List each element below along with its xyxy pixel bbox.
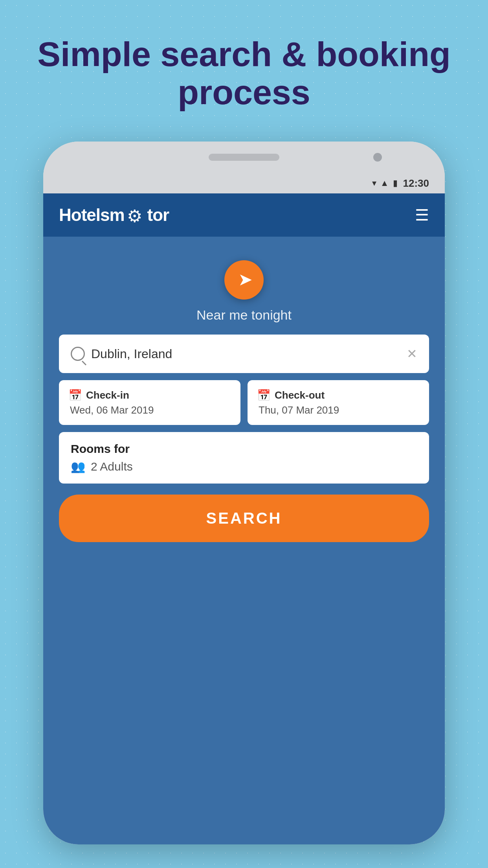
status-bar: ▾ ▲ ▮ 12:30	[43, 173, 445, 193]
rooms-label: Rooms for	[71, 442, 417, 456]
checkin-field[interactable]: 📅 Check-in Wed, 06 Mar 2019	[59, 380, 240, 425]
checkout-label-row: 📅 Check-out	[257, 389, 420, 402]
app-screen: Hotelsm ⚙ tor ☰ ➤ Near me tonight Dublin…	[43, 193, 445, 844]
phone-camera	[373, 153, 382, 162]
people-icon: 👥	[71, 460, 85, 473]
app-header: Hotelsm ⚙ tor ☰	[43, 193, 445, 237]
search-icon	[71, 347, 85, 361]
clear-icon[interactable]: ✕	[407, 346, 417, 361]
checkout-calendar-icon: 📅	[257, 389, 271, 402]
logo-suffix: tor	[147, 205, 169, 225]
battery-icon: ▮	[393, 178, 398, 188]
signal-icon: ▲	[380, 178, 389, 188]
date-row: 📅 Check-in Wed, 06 Mar 2019 📅 Check-out …	[59, 380, 429, 425]
status-time: 12:30	[403, 177, 429, 189]
search-area: ➤ Near me tonight Dublin, Ireland ✕ 📅	[43, 237, 445, 562]
checkin-calendar-icon: 📅	[68, 389, 82, 402]
status-icons: ▾ ▲ ▮	[372, 178, 398, 188]
near-me-label: Near me tonight	[196, 307, 292, 323]
menu-icon[interactable]: ☰	[415, 207, 429, 223]
search-fields: Dublin, Ireland ✕ 📅 Check-in Wed, 06 Mar…	[59, 335, 429, 542]
near-me-button[interactable]: ➤	[224, 260, 264, 300]
phone-top	[43, 142, 445, 173]
phone-frame: ▾ ▲ ▮ 12:30 Hotelsm ⚙ tor ☰ ➤ Near me to…	[43, 142, 445, 844]
wifi-icon: ▾	[372, 178, 376, 188]
page-title: Simple search & booking process	[0, 35, 488, 112]
app-bottom	[43, 562, 445, 601]
app-logo: Hotelsm ⚙ tor	[59, 205, 169, 225]
destination-value: Dublin, Ireland	[91, 347, 400, 361]
checkin-label: Check-in	[86, 389, 129, 401]
gear-icon: ⚙	[127, 206, 145, 224]
search-button[interactable]: SEARCH	[59, 495, 429, 542]
checkout-label: Check-out	[275, 389, 325, 401]
checkout-value: Thu, 07 Mar 2019	[259, 404, 420, 416]
checkin-label-row: 📅 Check-in	[68, 389, 231, 402]
rooms-field[interactable]: Rooms for 👥 2 Adults	[59, 432, 429, 484]
checkin-value: Wed, 06 Mar 2019	[70, 404, 231, 416]
destination-field[interactable]: Dublin, Ireland ✕	[59, 335, 429, 373]
location-arrow-icon: ➤	[238, 269, 253, 289]
rooms-value: 2 Adults	[91, 460, 133, 473]
logo-text: Hotelsm	[59, 205, 125, 225]
checkout-field[interactable]: 📅 Check-out Thu, 07 Mar 2019	[248, 380, 429, 425]
rooms-value-row: 👥 2 Adults	[71, 460, 417, 473]
phone-speaker	[209, 154, 279, 161]
